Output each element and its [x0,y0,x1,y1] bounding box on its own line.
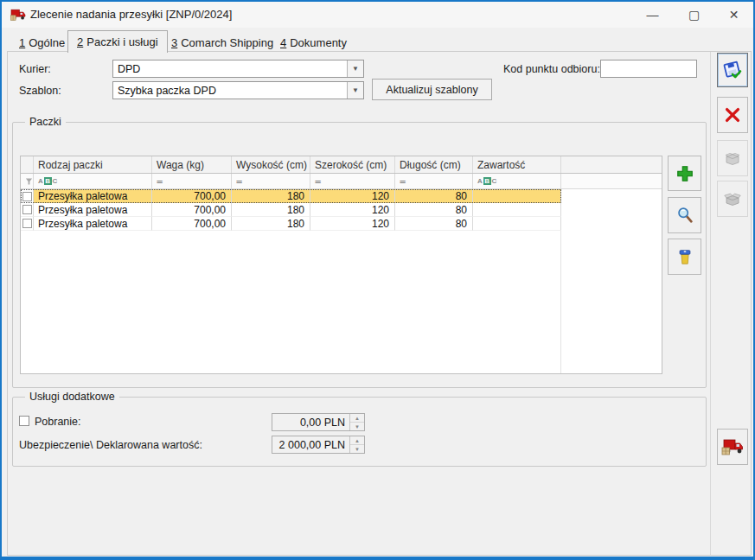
trash-icon [675,247,694,266]
title-bar: Zlecenie nadania przesyłki [ZNP/0/2024] … [2,2,753,28]
tab-ogolne[interactable]: 1Ogólne [10,33,74,52]
table-row[interactable]: Przesyłka paletowa 700,00 180 120 80 [21,217,561,231]
row-checkbox[interactable] [21,203,34,217]
cell-rodzaj[interactable]: Przesyłka paletowa [34,189,152,203]
package-box-open-icon [722,188,743,209]
header-indicator-cell [21,156,34,173]
paczki-groupbox: Paczki Rodzaj paczki Waga (kg) Wysokość … [12,122,707,388]
pickup-point-label: Kod punktu odbioru: [503,63,600,75]
filter-equals-icon[interactable]: = [152,174,232,188]
pobranie-amount-spinner[interactable]: 0,00 PLN ▲ ▼ [272,413,365,431]
filter-filler-cell [561,174,662,188]
packages-table[interactable]: Rodzaj paczki Waga (kg) Wysokość (cm) Sz… [20,156,662,374]
table-row[interactable]: Przesyłka paletowa 700,00 180 120 80 [21,189,561,203]
ubezpieczenie-amount-spinner[interactable]: 2 000,00 PLN ▲ ▼ [272,436,365,454]
table-filter-row[interactable]: ABC = = = = ABC [21,174,662,189]
ubezpieczenie-label: Ubezpieczenie\ Deklarowana wartość: [19,439,202,451]
kurier-value: DPD [113,63,347,75]
spinner-arrows[interactable]: ▲ ▼ [349,436,364,453]
pobranie-amount-value: 0,00 PLN [272,414,349,430]
szablon-value: Szybka paczka DPD [113,85,347,97]
cell-rodzaj[interactable]: Przesyłka paletowa [34,217,152,231]
spinner-arrows[interactable]: ▲ ▼ [349,414,364,430]
kurier-combo[interactable]: DPD ▼ [112,60,364,78]
add-package-button[interactable] [668,156,701,191]
column-header-zawartosc[interactable]: Zawartość [473,156,561,173]
close-button[interactable]: ✕ [714,2,753,28]
maximize-button[interactable]: ▢ [675,2,713,28]
tab-dokumenty[interactable]: 4Dokumenty [272,33,355,52]
delete-package-button[interactable] [668,239,701,275]
column-header-waga[interactable]: Waga (kg) [152,156,232,173]
row-checkbox[interactable] [21,189,34,203]
cell-waga[interactable]: 700,00 [152,203,232,217]
table-row[interactable]: Przesyłka paletowa 700,00 180 120 80 [21,203,561,217]
column-header-filler [561,156,662,173]
package-box-icon [722,148,743,169]
cell-dlugosc[interactable]: 80 [395,189,473,203]
uslugi-group-label: Usługi dodatkowe [25,391,119,403]
filter-abc-icon[interactable]: ABC [34,174,152,188]
window-title: Zlecenie nadania przesyłki [ZNP/0/2024] [30,8,232,21]
cell-wysokosc[interactable]: 180 [232,189,310,203]
save-icon [722,60,743,80]
cell-szerokosc[interactable]: 120 [310,189,395,203]
cell-wysokosc[interactable]: 180 [232,203,310,217]
cancel-x-icon [723,105,742,124]
cell-zawartosc[interactable] [473,217,561,231]
pobranie-label: Pobranie: [35,416,81,428]
column-header-rodzaj[interactable]: Rodzaj paczki [34,156,152,173]
table-header-row: Rodzaj paczki Waga (kg) Wysokość (cm) Sz… [21,156,662,174]
filter-equals-icon[interactable]: = [395,174,473,188]
chevron-down-icon[interactable]: ▼ [347,82,363,99]
save-button[interactable] [717,53,748,87]
ubezpieczenie-amount-value: 2 000,00 PLN [272,436,349,453]
cell-szerokosc[interactable]: 120 [310,217,395,231]
column-header-dlugosc[interactable]: Długość (cm) [395,156,473,173]
unpack-package-button-disabled [717,181,748,217]
minimize-button[interactable]: — [633,2,672,28]
szablon-combo[interactable]: Szybka paczka DPD ▼ [112,81,364,99]
cell-dlugosc[interactable]: 80 [395,203,473,217]
edit-package-button[interactable] [668,197,701,233]
column-header-szerokosc[interactable]: Szerokość (cm) [310,156,395,173]
side-panel-divider [710,52,711,555]
cell-dlugosc[interactable]: 80 [395,217,473,231]
kurier-label: Kurier: [19,63,51,75]
spinner-down-icon[interactable]: ▼ [350,445,364,453]
truck-package-icon [721,436,744,457]
row-checkbox[interactable] [21,217,34,231]
update-templates-button[interactable]: Aktualizuj szablony [372,79,492,100]
pack-package-button-disabled [717,140,748,176]
column-header-wysokosc[interactable]: Wysokość (cm) [232,156,310,173]
pobranie-checkbox[interactable] [19,416,29,426]
pickup-point-input[interactable] [600,60,697,78]
tab-comarch-shipping[interactable]: 3Comarch Shipping [163,33,282,52]
tab-strip: 1Ogólne 2Paczki i usługi 3Comarch Shippi… [2,29,753,52]
cell-waga[interactable]: 700,00 [152,217,232,231]
tab-paczki-i-uslugi[interactable]: 2Paczki i usługi [67,30,168,53]
chevron-down-icon[interactable]: ▼ [347,60,363,77]
filter-funnel-icon[interactable] [21,174,34,188]
szablon-label: Szablon: [19,85,61,97]
cell-szerokosc[interactable]: 120 [310,203,395,217]
cell-zawartosc[interactable] [473,189,561,203]
filter-abc-icon[interactable]: ABC [473,174,561,188]
send-shipment-button[interactable] [717,429,748,465]
truck-icon [10,8,27,22]
spinner-up-icon[interactable]: ▲ [350,414,364,423]
cancel-button[interactable] [717,97,748,133]
uslugi-groupbox: Usługi dodatkowe [12,397,707,467]
cell-rodzaj[interactable]: Przesyłka paletowa [34,203,152,217]
cell-wysokosc[interactable]: 180 [232,217,310,231]
magnifier-icon [675,206,694,225]
spinner-up-icon[interactable]: ▲ [350,436,364,445]
plus-icon [675,164,694,183]
paczki-group-label: Paczki [25,116,66,128]
filter-equals-icon[interactable]: = [232,174,310,188]
shipping-order-window: Zlecenie nadania przesyłki [ZNP/0/2024] … [0,0,755,560]
spinner-down-icon[interactable]: ▼ [350,423,364,430]
filter-equals-icon[interactable]: = [310,174,395,188]
cell-waga[interactable]: 700,00 [152,189,232,203]
cell-zawartosc[interactable] [473,203,561,217]
